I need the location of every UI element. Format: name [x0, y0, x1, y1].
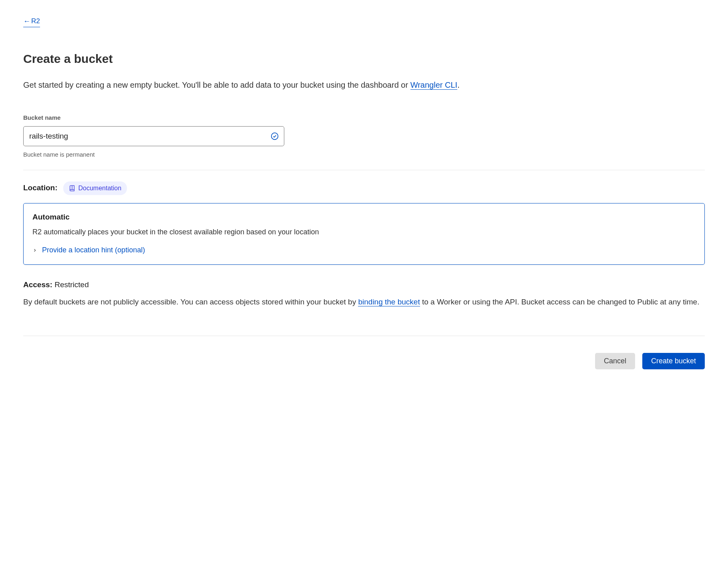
- footer-divider: [23, 336, 705, 336]
- location-card-desc: R2 automatically places your bucket in t…: [32, 227, 696, 238]
- bucket-name-label: Bucket name: [23, 113, 705, 123]
- chevron-right-icon: [32, 248, 37, 253]
- location-hint-toggle[interactable]: Provide a location hint (optional): [32, 245, 145, 256]
- intro-prefix: Get started by creating a new empty buck…: [23, 81, 410, 89]
- create-bucket-button[interactable]: Create bucket: [642, 353, 705, 369]
- divider: [23, 170, 705, 170]
- documentation-label: Documentation: [78, 183, 122, 193]
- location-card-title: Automatic: [32, 211, 696, 223]
- location-hint-label: Provide a location hint (optional): [42, 245, 145, 256]
- book-icon: [69, 185, 75, 191]
- intro-text: Get started by creating a new empty buck…: [23, 79, 705, 91]
- access-description: By default buckets are not publicly acce…: [23, 296, 705, 308]
- access-value: Restricted: [54, 280, 89, 289]
- location-card[interactable]: Automatic R2 automatically places your b…: [23, 203, 705, 265]
- wrangler-cli-link[interactable]: Wrangler CLI: [410, 81, 457, 90]
- access-row: Access: Restricted: [23, 279, 705, 291]
- bucket-name-helper: Bucket name is permanent: [23, 150, 705, 159]
- page-title: Create a bucket: [23, 50, 705, 68]
- location-header: Location: Documentation: [23, 181, 705, 195]
- breadcrumb-label: R2: [31, 16, 40, 26]
- bucket-name-input-wrapper: [23, 126, 284, 146]
- cancel-button[interactable]: Cancel: [595, 353, 635, 369]
- button-row: Cancel Create bucket: [23, 353, 705, 369]
- svg-point-0: [271, 133, 278, 140]
- bucket-name-input[interactable]: [23, 126, 284, 146]
- intro-suffix: .: [457, 81, 460, 89]
- check-circle-icon: [271, 132, 279, 140]
- breadcrumb-back-link[interactable]: ←R2: [23, 16, 40, 27]
- access-desc-prefix: By default buckets are not publicly acce…: [23, 298, 358, 306]
- access-label: Access:: [23, 280, 52, 289]
- binding-bucket-link[interactable]: binding the bucket: [358, 298, 420, 306]
- location-label: Location:: [23, 182, 58, 194]
- arrow-left-icon: ←: [23, 18, 30, 25]
- documentation-link[interactable]: Documentation: [63, 181, 127, 195]
- access-desc-suffix: to a Worker or using the API. Bucket acc…: [420, 298, 700, 306]
